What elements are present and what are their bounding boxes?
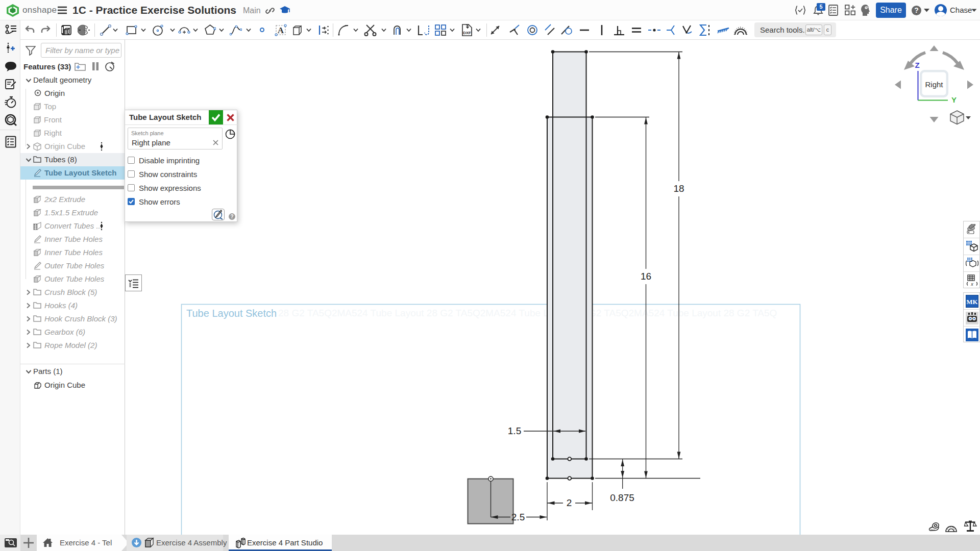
svg-text:Tube Layout Sketch: Tube Layout Sketch — [186, 308, 277, 319]
svg-text:18: 18 — [673, 183, 684, 194]
svg-text:Right: Right — [925, 80, 943, 89]
svg-text:Z: Z — [915, 61, 919, 69]
svg-text:Y: Y — [951, 95, 957, 104]
svg-text:x: x — [970, 282, 973, 286]
svg-text:2: 2 — [567, 497, 572, 508]
svg-text:16: 16 — [641, 271, 651, 282]
svg-text:1.5: 1.5 — [508, 425, 521, 436]
svg-text:A: A — [278, 26, 284, 35]
svg-text:28 G2 TA5Q2MA524 Tube Layout 2: 28 G2 TA5Q2MA524 Tube Layout 28 G2 TA5Q2… — [278, 308, 777, 318]
svg-text:DXF: DXF — [463, 31, 471, 35]
svg-text:0.875: 0.875 — [610, 492, 634, 503]
svg-text:2.5: 2.5 — [511, 512, 525, 522]
